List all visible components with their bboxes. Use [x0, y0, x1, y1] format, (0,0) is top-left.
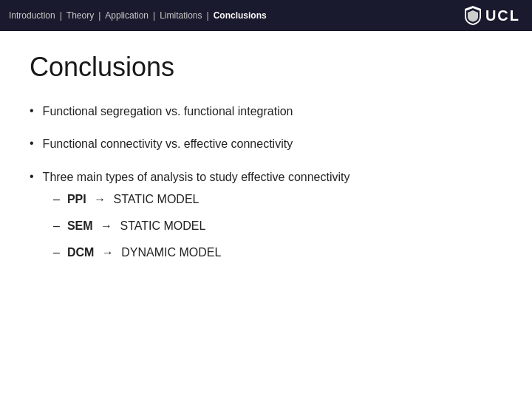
nav-sep-4: | — [207, 10, 209, 21]
sub-item-ppi: – PPI → STATIC MODEL — [53, 193, 350, 206]
ucl-logo-text: UCL — [485, 7, 520, 24]
page-title: Conclusions — [30, 52, 502, 83]
navigation: Introduction | Theory | Application | Li… — [9, 10, 267, 21]
nav-sep-3: | — [153, 10, 155, 21]
sub-text-dcm: DCM → DYNAMIC MODEL — [67, 246, 221, 259]
nav-limitations[interactable]: Limitations — [160, 10, 202, 21]
bullet-dot-1: • — [30, 104, 34, 117]
logo-area: UCL — [465, 6, 520, 25]
bullet-item-2: • Functional connectivity vs. effective … — [30, 136, 502, 152]
bullet-text-1: Functional segregation vs. functional in… — [43, 103, 293, 120]
bullet-dot-3: • — [30, 170, 34, 183]
bullet-dot-2: • — [30, 137, 34, 150]
sub-text-ppi: PPI → STATIC MODEL — [67, 193, 200, 206]
header-bar: Introduction | Theory | Application | Li… — [0, 0, 532, 31]
nav-introduction[interactable]: Introduction — [9, 10, 55, 21]
ucl-shield-icon — [465, 6, 481, 25]
bullet-item-3: • Three main types of analysis to study … — [30, 169, 502, 273]
bullet-item-1: • Functional segregation vs. functional … — [30, 103, 502, 120]
nav-application[interactable]: Application — [105, 10, 149, 21]
sub-text-sem: SEM → STATIC MODEL — [67, 219, 205, 233]
main-content: Conclusions • Functional segregation vs.… — [0, 31, 532, 304]
sub-item-dcm: – DCM → DYNAMIC MODEL — [53, 246, 350, 259]
nav-sep-1: | — [60, 10, 62, 21]
sub-items-list: – PPI → STATIC MODEL – SEM → STATIC MODE… — [53, 193, 350, 259]
nav-sep-2: | — [98, 10, 100, 21]
sub-dash-1: – — [53, 193, 60, 206]
bullet-text-2: Functional connectivity vs. effective co… — [43, 136, 293, 152]
sub-item-sem: – SEM → STATIC MODEL — [53, 219, 350, 233]
nav-theory[interactable]: Theory — [66, 10, 94, 21]
bullet-text-3: Three main types of analysis to study ef… — [43, 169, 350, 185]
nav-conclusions[interactable]: Conclusions — [214, 10, 267, 21]
sub-dash-3: – — [53, 246, 60, 259]
sub-dash-2: – — [53, 219, 60, 233]
